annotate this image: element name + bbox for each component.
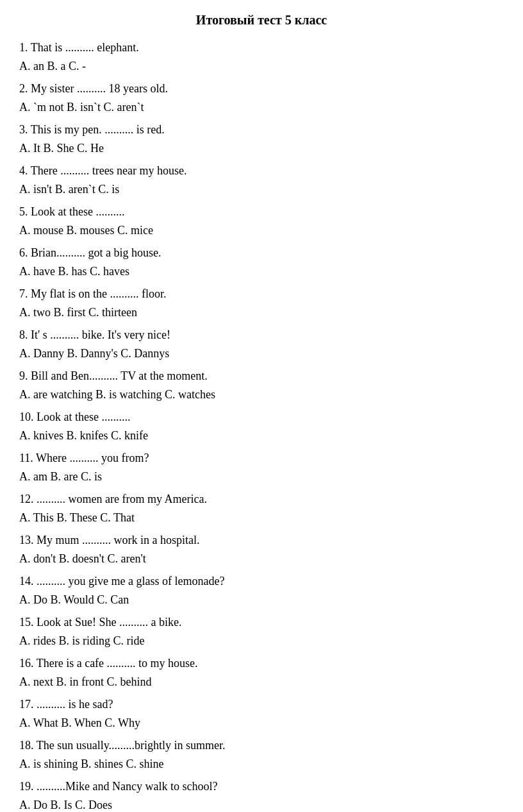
question-text: 8. It' s .......... bike. It's very nice…	[19, 326, 504, 344]
answer-options: A. is shining B. shines C. shine	[19, 756, 504, 773]
question-text: 12. .......... women are from my America…	[19, 491, 504, 508]
page-title: Итоговый тест 5 класс	[19, 13, 504, 28]
answer-options: A. are watching B. is watching C. watche…	[19, 386, 504, 403]
question-text: 3. This is my pen. .......... is red.	[19, 121, 504, 139]
answer-options: A. This B. These C. That	[19, 509, 504, 527]
question-text: 14. .......... you give me a glass of le…	[19, 573, 504, 590]
question-text: 16. There is a cafe .......... to my hou…	[19, 655, 504, 672]
answer-options: A. Danny B. Danny's C. Dannys	[19, 345, 504, 362]
question-text: 4. There .......... trees near my house.	[19, 162, 504, 180]
answer-options: A. rides B. is riding C. ride	[19, 632, 504, 650]
question-text: 19. ..........Mike and Nancy walk to sch…	[19, 778, 504, 795]
answer-options: A. mouse B. mouses C. mice	[19, 222, 504, 239]
answer-options: A. two B. first C. thirteen	[19, 304, 504, 321]
question-text: 1. That is .......... elephant.	[19, 39, 504, 56]
answer-options: A. knives B. knifes C. knife	[19, 427, 504, 444]
answer-options: A. have B. has C. haves	[19, 263, 504, 280]
question-text: 2. My sister .......... 18 years old.	[19, 80, 504, 97]
answer-options: A. Do B. Would C. Can	[19, 591, 504, 609]
question-text: 13. My mum .......... work in a hospital…	[19, 532, 504, 549]
question-text: 9. Bill and Ben.......... TV at the mome…	[19, 368, 504, 385]
question-text: 18. The sun usually.........brightly in …	[19, 737, 504, 754]
answer-options: A. don't B. doesn't C. aren't	[19, 550, 504, 568]
question-text: 6. Brian.......... got a big house.	[19, 244, 504, 262]
question-text: 11. Where .......... you from?	[19, 450, 504, 467]
question-text: 15. Look at Sue! She .......... a bike.	[19, 614, 504, 631]
question-text: 10. Look at these ..........	[19, 409, 504, 426]
question-text: 7. My flat is on the .......... floor.	[19, 285, 504, 303]
question-text: 17. .......... is he sad?	[19, 696, 504, 713]
answer-options: A. an B. a C. -	[19, 58, 504, 75]
answer-options: A. It B. She C. He	[19, 140, 504, 157]
answer-options: A. What B. When C. Why	[19, 715, 504, 732]
question-text: 5. Look at these ..........	[19, 203, 504, 221]
answer-options: A. `m not B. isn`t C. aren`t	[19, 99, 504, 116]
answer-options: A. isn't B. aren`t C. is	[19, 181, 504, 198]
answer-options: A. Do B. Is C. Does	[19, 797, 504, 812]
answer-options: A. am B. are C. is	[19, 468, 504, 486]
answer-options: A. next B. in front C. behind	[19, 673, 504, 691]
